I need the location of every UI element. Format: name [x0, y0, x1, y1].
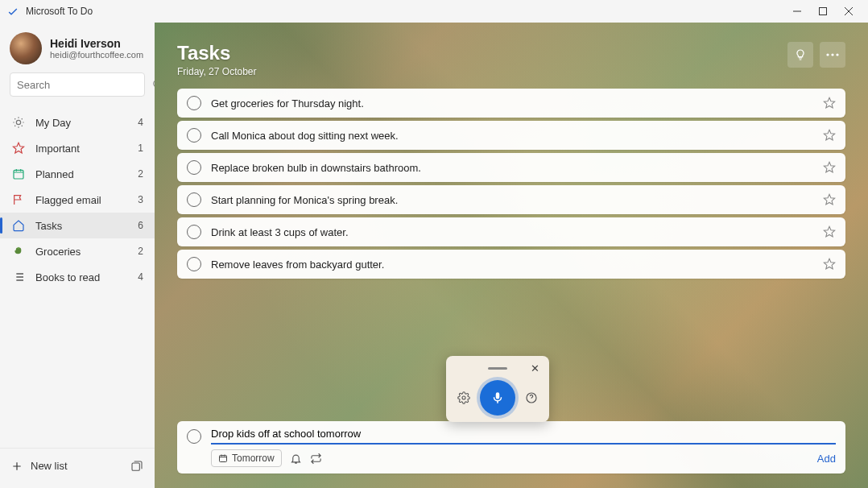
- close-button[interactable]: [836, 0, 862, 23]
- sun-icon: [11, 116, 26, 129]
- grocery-icon: [11, 245, 26, 258]
- sidebar-item-count: 6: [138, 220, 143, 231]
- voice-mic-button[interactable]: [480, 380, 515, 416]
- home-icon: [11, 219, 26, 232]
- svg-rect-0: [820, 8, 827, 15]
- add-task-checkbox[interactable]: [187, 429, 201, 444]
- svg-rect-4: [132, 463, 139, 470]
- task-row[interactable]: Replace broken bulb in downstairs bathro…: [177, 153, 845, 182]
- voice-drag-handle[interactable]: [488, 367, 507, 370]
- svg-point-2: [16, 120, 20, 124]
- new-list-button[interactable]: New list: [11, 460, 130, 472]
- sidebar-item-label: Important: [35, 143, 138, 155]
- task-title: Replace broken bulb in downstairs bathro…: [211, 162, 823, 174]
- sidebar-item-groceries[interactable]: Groceries 2: [0, 238, 155, 264]
- avatar: [10, 32, 42, 64]
- sidebar-item-label: My Day: [35, 117, 138, 129]
- svg-point-6: [831, 53, 833, 56]
- new-group-button[interactable]: [130, 460, 143, 473]
- voice-help-button[interactable]: [525, 391, 538, 404]
- page-title: Tasks: [177, 42, 787, 64]
- svg-point-9: [462, 396, 465, 399]
- task-row[interactable]: Drink at least 3 cups of water.: [177, 217, 845, 246]
- app-icon: [6, 5, 19, 18]
- voice-settings-button[interactable]: [457, 391, 470, 404]
- svg-rect-3: [14, 170, 23, 179]
- minimize-button[interactable]: [784, 0, 810, 23]
- sidebar-item-count: 2: [138, 246, 143, 257]
- svg-point-5: [826, 53, 829, 56]
- user-block[interactable]: Heidi Iverson heidi@fourthcoffee.com: [0, 27, 155, 72]
- sidebar-item-books[interactable]: Books to read 4: [0, 264, 155, 290]
- add-button[interactable]: Add: [817, 453, 836, 465]
- task-row[interactable]: Call Monica about dog sitting next week.: [177, 121, 845, 150]
- search-box[interactable]: [10, 72, 145, 97]
- task-checkbox[interactable]: [187, 192, 201, 207]
- task-checkbox[interactable]: [187, 257, 201, 271]
- app-title: Microsoft To Do: [26, 6, 93, 17]
- task-row[interactable]: Get groceries for Thursday night.: [177, 89, 845, 118]
- flag-icon: [11, 193, 26, 206]
- task-title: Get groceries for Thursday night.: [211, 97, 823, 110]
- star-button[interactable]: [823, 97, 836, 110]
- sidebar-item-count: 1: [138, 143, 143, 154]
- sidebar: Heidi Iverson heidi@fourthcoffee.com My …: [0, 23, 155, 488]
- sidebar-item-label: Groceries: [35, 246, 138, 258]
- task-title: Start planning for Monica's spring break…: [211, 194, 823, 206]
- sidebar-item-myday[interactable]: My Day 4: [0, 110, 155, 135]
- add-task-panel: Tomorrow Add: [177, 421, 845, 474]
- sidebar-item-count: 4: [138, 117, 143, 128]
- sidebar-item-label: Tasks: [35, 220, 138, 232]
- search-input[interactable]: [17, 79, 152, 91]
- task-list: Get groceries for Thursday night. Call M…: [177, 89, 845, 279]
- task-row[interactable]: Remove leaves from backyard gutter.: [177, 250, 845, 279]
- due-date-chip[interactable]: Tomorrow: [211, 449, 282, 467]
- list-options-button[interactable]: [820, 42, 845, 68]
- add-task-input[interactable]: [211, 428, 836, 445]
- task-title: Drink at least 3 cups of water.: [211, 226, 823, 238]
- task-checkbox[interactable]: [187, 96, 201, 110]
- svg-rect-8: [220, 456, 227, 462]
- star-button[interactable]: [823, 258, 836, 271]
- sidebar-item-important[interactable]: Important 1: [0, 135, 155, 161]
- star-button[interactable]: [823, 193, 836, 206]
- calendar-icon: [11, 167, 26, 180]
- task-title: Call Monica about dog sitting next week.: [211, 130, 823, 142]
- svg-point-7: [836, 53, 838, 56]
- page-subtitle: Friday, 27 October: [177, 66, 787, 77]
- star-button[interactable]: [823, 129, 836, 142]
- sidebar-item-tasks[interactable]: Tasks 6: [0, 213, 155, 238]
- sidebar-item-count: 4: [138, 271, 143, 283]
- star-button[interactable]: [823, 225, 836, 238]
- sidebar-item-flagged[interactable]: Flagged email 3: [0, 187, 155, 213]
- user-name: Heidi Iverson: [50, 37, 143, 50]
- task-checkbox[interactable]: [187, 128, 201, 143]
- list-icon: [11, 271, 26, 283]
- sidebar-item-label: Books to read: [35, 271, 138, 283]
- task-checkbox[interactable]: [187, 225, 201, 239]
- reminder-button[interactable]: [290, 453, 302, 465]
- suggestions-button[interactable]: [787, 42, 813, 68]
- star-icon: [11, 142, 26, 155]
- sidebar-item-count: 2: [138, 168, 143, 180]
- sidebar-item-planned[interactable]: Planned 2: [0, 161, 155, 187]
- sidebar-item-label: Planned: [35, 168, 138, 180]
- voice-close-button[interactable]: ✕: [531, 362, 539, 374]
- star-button[interactable]: [823, 161, 836, 174]
- task-row[interactable]: Start planning for Monica's spring break…: [177, 185, 845, 214]
- sidebar-item-count: 3: [138, 194, 143, 205]
- nav-list: My Day 4 Important 1 Planned 2 Flagged e…: [0, 105, 155, 448]
- task-checkbox[interactable]: [187, 160, 201, 175]
- user-email: heidi@fourthcoffee.com: [50, 50, 143, 60]
- sidebar-item-label: Flagged email: [35, 194, 138, 206]
- voice-input-popup: ✕: [446, 356, 549, 422]
- repeat-button[interactable]: [310, 453, 322, 465]
- task-title: Remove leaves from backyard gutter.: [211, 258, 823, 271]
- new-list-label: New list: [31, 460, 68, 472]
- maximize-button[interactable]: [810, 0, 836, 23]
- due-date-label: Tomorrow: [232, 453, 275, 464]
- titlebar: Microsoft To Do: [0, 0, 868, 23]
- main-panel: Tasks Friday, 27 October Get groceries f…: [155, 23, 868, 488]
- sidebar-footer: New list: [0, 448, 155, 483]
